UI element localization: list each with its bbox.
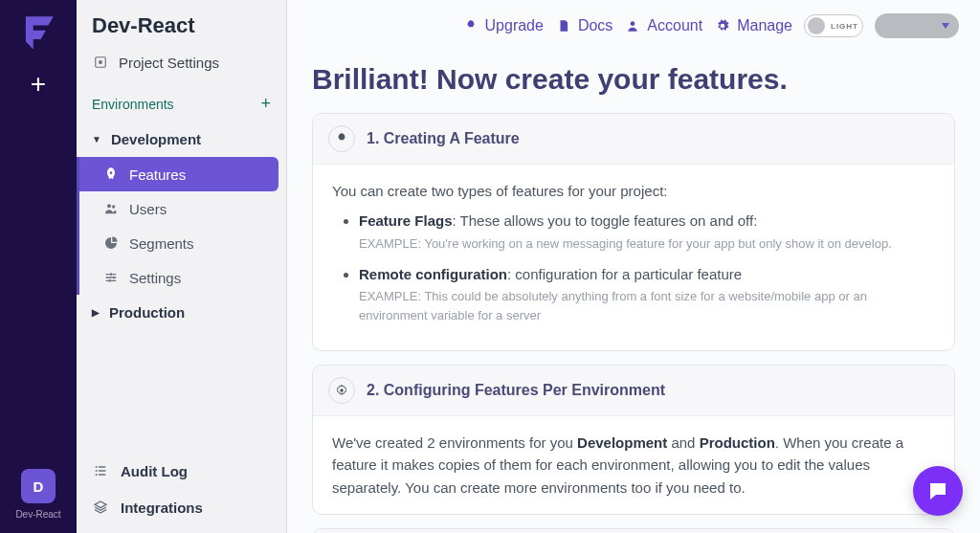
sidebar-item-integrations[interactable]: Integrations — [77, 489, 286, 525]
page-heading: Brilliant! Now create your features. — [312, 63, 955, 96]
environments-header: Environments + — [77, 86, 286, 122]
gear-icon — [714, 17, 731, 34]
svg-point-5 — [112, 277, 115, 279]
main-content: Upgrade Docs Account Manage LIGHT Brilli… — [287, 0, 980, 533]
project-title: Dev-React — [77, 13, 286, 48]
rocket-icon — [328, 125, 355, 152]
feature-flags-item: Feature Flags: These allows you to toggl… — [359, 210, 935, 253]
theme-label: LIGHT — [831, 22, 858, 31]
chat-fab[interactable] — [913, 466, 963, 516]
logo-icon — [18, 11, 58, 52]
nav-account[interactable]: Account — [624, 17, 702, 34]
settings-square-icon — [92, 54, 109, 71]
env-production-toggle[interactable]: ▶ Production — [77, 295, 286, 330]
user-icon — [624, 17, 641, 34]
card-title: 2. Configuring Features Per Environment — [367, 382, 665, 399]
nav-manage[interactable]: Manage — [714, 17, 792, 34]
rocket-icon — [102, 166, 120, 183]
add-environment-button[interactable]: + — [260, 94, 271, 114]
pie-icon — [102, 234, 120, 252]
sidebar-item-features[interactable]: Features — [79, 157, 278, 191]
nav-upgrade[interactable]: Upgrade — [462, 17, 544, 34]
example-text: EXAMPLE: This could be absolutely anythi… — [359, 287, 935, 325]
card-intro-text: You can create two types of features for… — [332, 180, 935, 202]
card-creating-feature: 1. Creating A Feature You can create two… — [312, 113, 955, 351]
project-settings-link[interactable]: Project Settings — [77, 48, 286, 86]
chat-icon — [926, 479, 949, 502]
project-badge-label: Dev-React — [15, 509, 60, 520]
nav-docs[interactable]: Docs — [555, 17, 612, 34]
sliders-icon — [102, 269, 120, 286]
svg-point-8 — [340, 389, 344, 392]
rocket-icon — [462, 17, 479, 34]
card-config-environment: 2. Configuring Features Per Environment … — [312, 365, 955, 515]
card-config-user: 3. Configuring Features Per User When us… — [312, 528, 955, 533]
project-badge[interactable]: D — [21, 469, 56, 503]
gear-icon — [328, 377, 355, 404]
env-development-toggle[interactable]: ▼ Development — [77, 122, 286, 157]
sidebar-item-audit-log[interactable]: Audit Log — [77, 453, 286, 489]
sidebar-item-settings[interactable]: Settings — [79, 260, 286, 295]
file-icon — [555, 17, 572, 34]
list-icon — [92, 462, 109, 479]
svg-point-3 — [112, 205, 115, 208]
left-rail: + D Dev-React — [0, 0, 77, 533]
add-project-button[interactable]: + — [31, 69, 46, 100]
svg-point-6 — [108, 279, 111, 282]
toggle-knob — [808, 17, 825, 34]
users-icon — [102, 200, 120, 217]
org-dropdown[interactable] — [875, 13, 959, 38]
theme-toggle[interactable]: LIGHT — [804, 14, 863, 37]
example-text: EXAMPLE: You're working on a new messagi… — [359, 234, 935, 254]
layers-icon — [92, 499, 109, 516]
svg-point-4 — [110, 273, 113, 276]
svg-point-2 — [107, 204, 111, 208]
svg-point-7 — [631, 21, 635, 26]
topbar: Upgrade Docs Account Manage LIGHT — [287, 0, 980, 48]
card-body-text: We've created 2 environments for you Dev… — [332, 432, 935, 499]
sidebar-item-users[interactable]: Users — [79, 191, 286, 226]
project-badge-letter: D — [33, 478, 44, 495]
chevron-right-icon: ▶ — [92, 307, 100, 318]
sidebar-item-segments[interactable]: Segments — [79, 226, 286, 260]
svg-rect-1 — [99, 60, 102, 64]
remote-config-item: Remote configuration: configuration for … — [359, 263, 935, 326]
card-title: 1. Creating A Feature — [367, 130, 520, 147]
chevron-down-icon: ▼ — [92, 134, 101, 144]
sidebar: Dev-React Project Settings Environments … — [77, 0, 287, 533]
environments-label: Environments — [92, 97, 174, 112]
